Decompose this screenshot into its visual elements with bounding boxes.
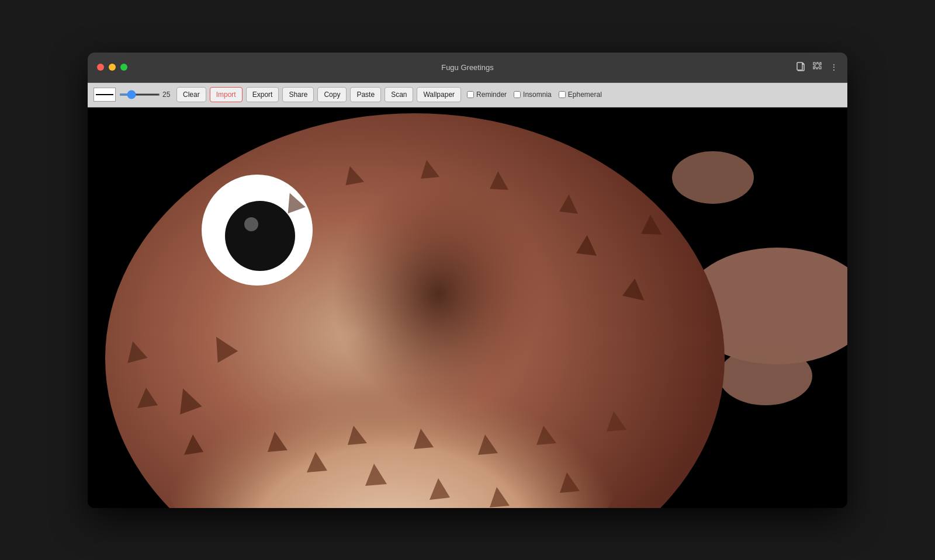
window-title: Fugu Greetings [441, 63, 494, 72]
scan-button[interactable]: Scan [385, 87, 413, 102]
copy-button[interactable]: Copy [317, 87, 347, 102]
traffic-lights [97, 64, 127, 71]
export-button[interactable]: Export [246, 87, 279, 102]
titlebar-actions: ⋮ [797, 62, 838, 73]
insomnia-checkbox-label[interactable]: Insomnia [514, 91, 552, 99]
slider-value: 25 [162, 91, 173, 99]
reminder-label: Reminder [476, 91, 507, 99]
ephemeral-checkbox-label[interactable]: Ephemeral [559, 91, 602, 99]
toolbar: 25 Clear Import Export Share Copy Paste … [88, 83, 847, 107]
maximize-button[interactable] [120, 64, 127, 71]
pen-preview [94, 88, 116, 102]
more-icon[interactable]: ⋮ [830, 62, 838, 72]
clear-button[interactable]: Clear [176, 87, 206, 102]
svg-point-7 [333, 178, 543, 411]
ephemeral-label: Ephemeral [568, 91, 602, 99]
svg-point-9 [225, 201, 295, 271]
paste-button[interactable]: Paste [350, 87, 381, 102]
insomnia-label: Insomnia [523, 91, 552, 99]
share-button[interactable]: Share [282, 87, 314, 102]
wallpaper-button[interactable]: Wallpaper [417, 87, 461, 102]
ephemeral-checkbox[interactable] [559, 91, 566, 98]
reminder-checkbox[interactable] [467, 91, 474, 98]
pen-line-indicator [96, 94, 113, 95]
insomnia-checkbox[interactable] [514, 91, 521, 98]
svg-point-10 [244, 217, 258, 231]
size-slider[interactable] [119, 93, 160, 96]
fugu-image [88, 107, 847, 508]
minimize-button[interactable] [109, 64, 116, 71]
svg-point-4 [672, 151, 754, 204]
svg-rect-0 [797, 62, 802, 70]
import-button[interactable]: Import [210, 87, 243, 102]
document-icon[interactable] [797, 62, 805, 73]
reminder-checkbox-label[interactable]: Reminder [467, 91, 507, 99]
checkbox-group: Reminder Insomnia Ephemeral [467, 91, 602, 99]
puzzle-icon[interactable] [813, 62, 822, 72]
close-button[interactable] [97, 64, 104, 71]
svg-point-3 [719, 347, 812, 405]
titlebar: Fugu Greetings ⋮ [88, 53, 847, 83]
app-window: Fugu Greetings ⋮ 25 [88, 53, 847, 508]
canvas-area[interactable] [88, 107, 847, 508]
size-slider-container: 25 [119, 91, 173, 99]
